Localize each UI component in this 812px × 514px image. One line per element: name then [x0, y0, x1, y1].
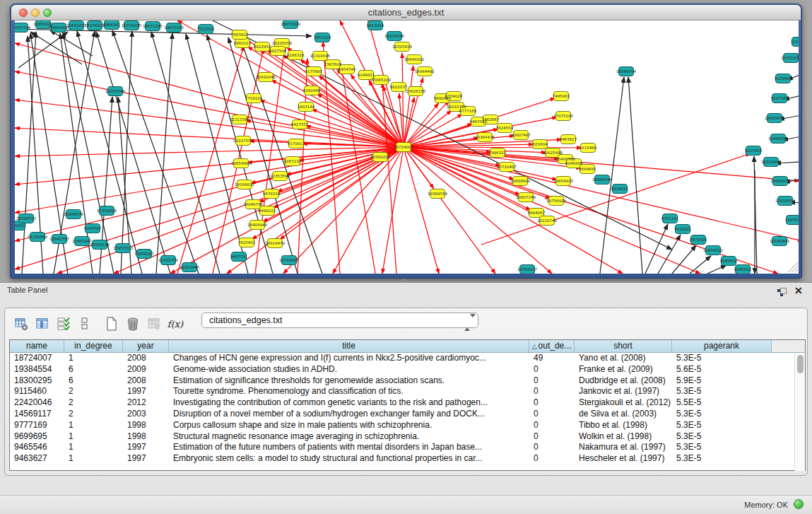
show-hide-columns-icon[interactable] — [32, 314, 53, 334]
network-window-titlebar[interactable]: citations_edges.txt — [11, 5, 801, 21]
close-window-button[interactable] — [19, 8, 28, 17]
table-cell-out_de: 0 — [529, 431, 575, 443]
table-cell-year: 1997 — [123, 386, 169, 397]
graph-node-label: 4498222 — [259, 209, 276, 213]
table-row[interactable]: 1872400712008Changes of HCN gene express… — [10, 353, 805, 364]
table-cell-short: Tibbo et al. (1998) — [575, 420, 672, 431]
citation-edge[interactable] — [404, 103, 438, 147]
graph-node-label: 17975185 — [553, 114, 573, 118]
network-canvas[interactable]: 8960123891295518226058982750881863282131… — [15, 21, 799, 274]
table-cell-short: Stergiakouli et al. (2012) — [575, 397, 672, 409]
table-row[interactable]: 1456911722003Disruption of a novel membe… — [10, 409, 805, 420]
table-row[interactable]: 2242004622012Investigating the contribut… — [10, 397, 805, 409]
column-settings-icon[interactable] — [11, 314, 32, 334]
column-header-year[interactable]: year — [123, 340, 169, 352]
table-row[interactable]: 1938455462009Genome-wide association stu… — [10, 364, 805, 375]
citation-edge[interactable] — [404, 147, 439, 274]
graph-node-label: 10654112 — [703, 248, 723, 252]
table-cell-out_de: 0 — [529, 442, 575, 453]
create-table-icon[interactable] — [101, 314, 122, 334]
table-cell-out_de: 0 — [529, 386, 575, 397]
graph-node-label: 21319546 — [310, 54, 330, 58]
graph-edge[interactable] — [50, 30, 93, 56]
graph-node-label: 15716485 — [279, 258, 299, 262]
table-cell-title: Structural magnetic resonance image aver… — [169, 431, 529, 443]
graph-edge[interactable] — [18, 32, 68, 68]
table-cell-short: Dudbridge et al. (2008) — [575, 375, 672, 387]
function-builder-icon[interactable]: f(x) — [165, 314, 186, 334]
column-header-in_degree[interactable]: in_degree — [64, 340, 123, 352]
table-cell-year: 2012 — [123, 397, 169, 409]
row-selection-icon[interactable] — [53, 314, 74, 334]
citation-edge[interactable] — [227, 147, 404, 274]
table-selector-dropdown[interactable]: citations_edges.txt — [201, 313, 478, 328]
column-header-pagerank[interactable]: pagerank — [672, 340, 772, 352]
graph-node-label: 15692971 — [770, 179, 790, 183]
citation-edge[interactable] — [404, 147, 799, 241]
table-cell-in_degree: 1 — [64, 353, 123, 364]
table-cell-pagerank: 5.3E-5 — [672, 431, 772, 443]
graph-node-label: 7485063 — [553, 94, 570, 98]
graph-node-label: 9170013 — [288, 141, 305, 146]
graph-node-label: 8267130 — [284, 159, 302, 163]
graph-node-label: 9822037 — [390, 85, 408, 89]
table-row[interactable]: 977716911998Corpus callosum shape and si… — [10, 420, 805, 431]
delete-table-icon[interactable] — [122, 314, 143, 334]
graph-edge[interactable] — [672, 245, 696, 274]
table-row[interactable]: 946554611997Estimation of the future num… — [10, 442, 805, 453]
graph-node-label: 12923446 — [180, 265, 199, 269]
import-table-icon[interactable] — [143, 314, 165, 334]
graph-edge[interactable] — [156, 33, 172, 274]
graph-node-label: 6466161 — [103, 23, 121, 27]
float-panel-icon[interactable] — [777, 287, 787, 296]
table-row[interactable]: 946362711997Embryonic stem cells: a mode… — [10, 453, 805, 465]
graph-node-label: 12505135 — [90, 243, 110, 247]
minimize-window-button[interactable] — [31, 8, 40, 17]
graph-node-label: 12444194 — [768, 136, 788, 141]
column-header-short[interactable]: short — [575, 340, 672, 352]
table-row[interactable]: 969969511998Structural magnetic resonanc… — [10, 431, 805, 443]
table-scrollbar[interactable] — [794, 354, 805, 471]
table-cell-short: Yano et al. (2008) — [575, 353, 672, 364]
graph-node-label: 19166825 — [235, 182, 254, 187]
column-header-title[interactable]: title — [169, 340, 529, 352]
graph-node-label: 10025488 — [543, 151, 563, 155]
cell-navigator-icon[interactable] — [74, 314, 95, 334]
graph-edge[interactable] — [690, 256, 711, 274]
graph-node-label: 9046889 — [565, 161, 583, 165]
table-selector-value: citations_edges.txt — [209, 315, 283, 325]
table-cell-short: de Silva et al. (2003) — [575, 409, 672, 420]
graph-node-label: 9699695 — [579, 167, 596, 171]
graph-node-label: 8813054 — [367, 23, 384, 28]
column-header-name[interactable]: name — [10, 340, 64, 352]
resize-grip-icon[interactable] — [788, 262, 798, 272]
graph-edge[interactable] — [30, 32, 82, 64]
table-cell-out_de: 0 — [529, 397, 575, 409]
citation-edge[interactable] — [404, 147, 700, 274]
graph-node-label: 12942757 — [49, 237, 69, 241]
table-cell-name: 9463627 — [10, 453, 64, 465]
graph-edge[interactable] — [707, 265, 726, 274]
table-cell-year: 1998 — [123, 420, 169, 431]
graph-node-label: 9878334 — [263, 192, 281, 196]
close-panel-icon[interactable]: ✕ — [794, 285, 803, 296]
citation-edge[interactable] — [404, 110, 452, 147]
table-row[interactable]: 911546021997Tourette syndrome. Phenomeno… — [10, 386, 805, 397]
table-cell-name: 9115460 — [10, 386, 64, 397]
table-cell-short: Wolkin et al. (1998) — [575, 431, 672, 443]
memory-status-indicator[interactable] — [794, 499, 804, 509]
graph-node-label: 1115489 — [791, 40, 799, 44]
graph-node-label: 7632621 — [674, 227, 692, 231]
table-row[interactable]: 1830029562008Estimation of significance … — [10, 375, 805, 387]
graph-node-label: 20206576 — [64, 212, 83, 216]
graph-node-label: 7986322 — [489, 151, 507, 155]
table-cell-in_degree: 1 — [64, 420, 123, 431]
table-scrollbar-thumb[interactable] — [797, 355, 804, 373]
table-cell-in_degree: 6 — [64, 375, 123, 387]
table-cell-year: 2008 — [123, 375, 169, 387]
table-cell-in_degree: 2 — [64, 386, 123, 397]
column-header-out_de[interactable]: △out_de... — [529, 340, 575, 352]
graph-node-label: 9245012 — [734, 267, 752, 271]
zoom-window-button[interactable] — [43, 8, 52, 17]
graph-edge[interactable] — [645, 224, 668, 274]
